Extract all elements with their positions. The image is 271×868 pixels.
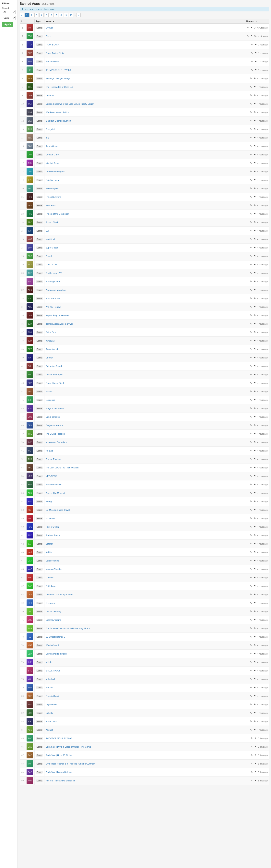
row-name[interactable]: POIERFUM <box>44 260 245 269</box>
row-name[interactable]: Each Sale | Drink a Glass of Water : The… <box>44 743 245 751</box>
edit-icon[interactable]: ✎ <box>249 77 252 80</box>
row-thumbnail[interactable]: NOT <box>25 777 35 785</box>
row-thumbnail[interactable]: SPA <box>25 480 35 489</box>
row-thumbnail[interactable]: MY <box>25 24 35 32</box>
edit-icon[interactable]: ✎ <box>249 339 252 342</box>
flag-icon[interactable]: ⚑ <box>254 43 257 46</box>
row-name[interactable]: JumpBall <box>44 337 245 345</box>
edit-icon[interactable]: ✎ <box>250 737 253 740</box>
row-thumbnail[interactable]: THE <box>25 83 35 91</box>
edit-icon[interactable]: ✎ <box>249 407 252 410</box>
row-thumbnail[interactable]: NO- <box>25 446 35 455</box>
row-name[interactable]: Night of Terror <box>44 159 245 167</box>
row-name[interactable]: Not real | Interactive Short Film <box>44 777 245 785</box>
flag-icon[interactable]: ⚑ <box>253 593 256 596</box>
edit-icon[interactable]: ✎ <box>249 551 252 554</box>
edit-icon[interactable]: ✎ <box>249 331 252 334</box>
row-name[interactable]: Epic Mayhem <box>44 176 245 184</box>
flag-icon[interactable]: ⚑ <box>253 381 256 384</box>
row-thumbnail[interactable]: AGO <box>25 726 35 734</box>
row-thumbnail[interactable]: BEN <box>25 421 35 430</box>
row-name[interactable]: Are You Ready? <box>44 303 245 311</box>
row-thumbnail[interactable]: INF <box>25 658 35 666</box>
row-name[interactable]: The Divine Paradox <box>44 430 245 438</box>
row-thumbnail[interactable]: EPI <box>25 176 35 184</box>
edit-icon[interactable]: ✎ <box>249 720 252 723</box>
row-name[interactable]: ROBOTCRIMGUILTY 1000 <box>44 734 245 743</box>
flag-icon[interactable]: ⚑ <box>253 288 256 291</box>
row-name[interactable]: Sataroit <box>44 540 245 548</box>
row-thumbnail[interactable]: EAC <box>25 743 35 751</box>
flag-icon[interactable]: ⚑ <box>254 762 257 765</box>
row-thumbnail[interactable]: MOR <box>25 235 35 244</box>
row-name[interactable]: U-Boats <box>44 574 245 582</box>
flag-icon[interactable]: ⚑ <box>253 136 256 139</box>
flag-icon[interactable]: ⚑ <box>253 559 256 562</box>
flag-icon[interactable]: ⚑ <box>253 551 256 554</box>
row-name[interactable]: 3Dkmageddon <box>44 277 245 286</box>
row-name[interactable]: Cubic complex <box>44 413 245 421</box>
edit-icon[interactable]: ✎ <box>249 441 252 444</box>
row-thumbnail[interactable]: ZOM <box>25 320 35 328</box>
flag-icon[interactable]: ⚑ <box>253 373 256 376</box>
flag-icon[interactable]: ⚑ <box>253 272 256 275</box>
row-thumbnail[interactable]: NIG <box>25 159 35 167</box>
flag-icon[interactable]: ⚑ <box>253 483 256 486</box>
flag-icon[interactable]: ⚑ <box>253 669 256 672</box>
page-9[interactable]: 9 <box>64 13 68 17</box>
edit-icon[interactable]: ✎ <box>249 390 252 393</box>
row-thumbnail[interactable]: PRO <box>25 218 35 227</box>
flag-icon[interactable]: ⚑ <box>254 754 257 757</box>
edit-icon[interactable]: ✎ <box>249 491 252 495</box>
flag-icon[interactable]: ⚑ <box>253 238 256 241</box>
row-name[interactable]: NEO-NOW! <box>44 472 245 480</box>
row-name[interactable]: Repubiandoit <box>44 345 245 353</box>
row-name[interactable]: 3D IMPOSSIBLE LEVELS <box>44 66 245 74</box>
edit-icon[interactable]: ✎ <box>249 280 252 283</box>
edit-icon[interactable]: ✎ <box>249 576 252 579</box>
flag-icon[interactable]: ⚑ <box>253 339 256 342</box>
row-name[interactable]: The Arcane Creations of Kaith the Magnif… <box>44 624 245 633</box>
row-thumbnail[interactable]: ONE <box>25 167 35 176</box>
row-thumbnail[interactable]: ELE <box>25 692 35 701</box>
row-name[interactable]: Uniden Shadows of the Cold Deluxe Frosty… <box>44 100 245 108</box>
row-name[interactable]: Agonist <box>44 726 245 734</box>
row-name[interactable]: Deserted: The Story of Peter <box>44 590 245 599</box>
row-thumbnail[interactable]: BLA <box>25 117 35 125</box>
row-thumbnail[interactable]: SAM <box>25 683 35 692</box>
row-thumbnail[interactable]: THR <box>25 455 35 464</box>
row-name[interactable]: Go Mission Space Travel <box>44 506 245 514</box>
row-name[interactable]: Deflector <box>44 91 245 100</box>
flag-icon[interactable]: ⚑ <box>253 618 256 621</box>
row-name[interactable]: Skull Rush <box>44 201 245 210</box>
row-name[interactable]: Project of the Developer <box>44 210 245 218</box>
row-name[interactable]: Twins Bros <box>44 328 245 337</box>
edit-icon[interactable]: ✎ <box>249 458 252 461</box>
row-name[interactable]: RYAN BLACK <box>44 40 245 49</box>
flag-icon[interactable]: ⚑ <box>253 720 256 723</box>
edit-icon[interactable]: ✎ <box>249 145 252 148</box>
flag-icon[interactable]: ⚑ <box>253 474 256 478</box>
edit-icon[interactable]: ✎ <box>249 170 252 173</box>
flag-icon[interactable]: ⚑ <box>253 128 256 131</box>
row-thumbnail[interactable]: ADR <box>25 286 35 294</box>
row-thumbnail[interactable]: THE <box>25 624 35 633</box>
edit-icon[interactable]: ✎ <box>249 373 252 376</box>
row-name[interactable]: Across The Moment <box>44 489 245 497</box>
row-thumbnail[interactable]: MY <box>25 760 35 768</box>
row-name[interactable]: Samurai Wars <box>44 57 245 66</box>
edit-icon[interactable]: ✎ <box>249 136 252 139</box>
flag-icon[interactable]: ⚑ <box>253 119 256 122</box>
row-thumbnail[interactable]: POO <box>25 523 35 531</box>
apply-button[interactable]: Apply <box>2 22 13 27</box>
row-name[interactable]: ProjectSurviving <box>44 193 245 201</box>
edit-icon[interactable]: ✎ <box>250 43 253 46</box>
row-name[interactable]: STEEL RIVALS <box>44 666 245 675</box>
row-name[interactable]: Each Sale | I'll be 25 Richer <box>44 751 245 760</box>
flag-icon[interactable]: ⚑ <box>253 576 256 579</box>
row-thumbnail[interactable]: TWI <box>25 328 35 337</box>
edit-icon[interactable]: ✎ <box>249 263 252 266</box>
row-name[interactable]: Benjamin Johnson <box>44 421 245 430</box>
row-thumbnail[interactable]: 8-B <box>25 294 35 303</box>
flag-icon[interactable]: ⚑ <box>253 204 256 207</box>
